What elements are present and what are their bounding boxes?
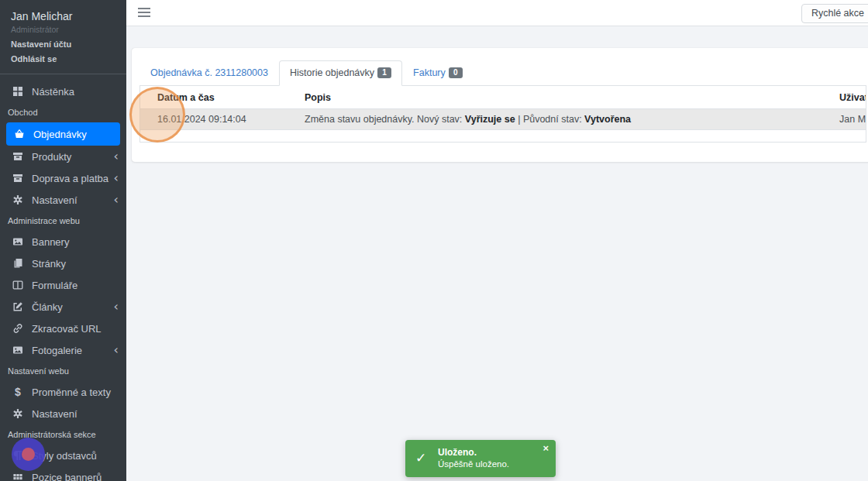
sidebar-item-fotogalerie[interactable]: Fotogalerie ‹ [0, 339, 126, 361]
cell-datetime: 16.01.2024 09:14:04 [140, 109, 288, 130]
sidebar-item-nastaveni-webu[interactable]: Nastavení [0, 403, 126, 424]
image-icon [11, 345, 25, 356]
sidebar-item-label: Nástěnka [32, 86, 74, 98]
history-panel: Datum a čas Popis Uživatel 16.01.2024 09… [140, 86, 866, 143]
sidebar-item-label: Styly odstavců [32, 450, 97, 462]
tab-order-history[interactable]: Historie objednávky1 [279, 60, 402, 86]
sidebar-item-bannery[interactable]: Bannery [0, 231, 126, 253]
gear-icon [11, 408, 25, 419]
chevron-left-icon: ‹ [114, 344, 119, 356]
sidebar-item-doprava-a-platba[interactable]: Doprava a platba ‹ [0, 167, 126, 189]
sidebar: Jan Melichar Administrátor Nastavení účt… [0, 0, 126, 481]
sidebar-item-pozice-banneru[interactable]: Pozice bannerů [0, 466, 126, 481]
tab-label: Historie objednávky [290, 67, 374, 78]
close-icon[interactable]: × [542, 442, 549, 454]
history-table: Datum a čas Popis Uživatel 16.01.2024 09… [140, 86, 866, 130]
cell-user: Jan Melichar [822, 109, 866, 130]
gear-icon [11, 194, 25, 205]
user-name: Jan Melichar [11, 10, 126, 22]
check-icon: ✓ [415, 450, 426, 466]
topbar: Rychlé akce [126, 0, 868, 26]
sidebar-item-produkty[interactable]: Produkty ‹ [0, 146, 126, 167]
sidebar-item-objednavky[interactable]: Objednávky [6, 122, 120, 146]
sidebar-header-nastaveni-webu: Nastavení webu [0, 361, 126, 381]
chevron-left-icon: ‹ [114, 150, 119, 163]
sidebar-item-stranky[interactable]: Stránky [0, 253, 126, 274]
chevron-left-icon: ‹ [114, 194, 119, 206]
count-badge: 1 [377, 67, 391, 78]
sidebar-item-label: Nastavení [32, 408, 78, 420]
chevron-left-icon: ‹ [114, 301, 119, 313]
grid-icon [11, 86, 25, 97]
chevron-left-icon: ‹ [114, 172, 119, 184]
account-settings-link[interactable]: Nastavení účtu [11, 40, 126, 49]
hamburger-icon[interactable] [138, 7, 150, 18]
table-header-row: Datum a čas Popis Uživatel [140, 86, 866, 109]
sidebar-item-label: Formuláře [32, 280, 78, 291]
sidebar-item-label: Pozice bannerů [32, 472, 102, 481]
sidebar-item-label: Proměnné a texty [32, 387, 111, 398]
cell-description: Změna stavu objednávky. Nový stav: Vyřiz… [288, 109, 822, 130]
success-toast: ✓ Uloženo. Úspěšně uloženo. × [405, 440, 556, 477]
basket-icon [12, 129, 26, 139]
tab-order-number[interactable]: Objednávka č. 2311280003 [140, 60, 279, 86]
sidebar-item-clanky[interactable]: Články ‹ [0, 296, 126, 318]
order-detail-card: Objednávka č. 2311280003 Historie objedn… [132, 48, 868, 162]
sidebar-nav: Nástěnka Obchod Objednávky Produkty ‹ Do… [0, 81, 126, 481]
sidebar-item-label: Bannery [32, 236, 69, 248]
sidebar-item-nastaveni-obchod[interactable]: Nastavení ‹ [0, 189, 126, 211]
column-header-description: Popis [288, 86, 822, 109]
sidebar-header-administrace-webu: Administrace webu [0, 211, 126, 231]
sidebar-item-label: Stránky [32, 258, 66, 270]
sidebar-item-styly-odstavcu[interactable]: Styly odstavců [0, 445, 126, 466]
grid-dots-icon [11, 472, 25, 481]
link-icon [11, 323, 25, 334]
sidebar-item-label: Produkty [32, 151, 71, 163]
sidebar-item-label: Objednávky [33, 129, 87, 140]
tab-label: Faktury [413, 67, 446, 78]
toast-title: Uloženo. [438, 447, 477, 458]
sidebar-item-nastenka[interactable]: Nástěnka [0, 81, 126, 102]
count-badge: 0 [449, 67, 463, 78]
sidebar-item-label: Články [32, 301, 63, 313]
sidebar-item-label: Fotogalerie [32, 345, 82, 356]
sidebar-item-zkracovac-url[interactable]: Zkracovač URL [0, 318, 126, 339]
table-row: 16.01.2024 09:14:04 Změna stavu objednáv… [140, 109, 866, 130]
columns-icon [11, 280, 25, 290]
pages-icon [11, 258, 25, 269]
box-icon [11, 173, 25, 184]
sidebar-divider [0, 74, 126, 74]
order-tabs: Objednávka č. 2311280003 Historie objedn… [140, 60, 866, 86]
paragraph-icon [11, 450, 25, 461]
sidebar-item-label: Doprava a platba [32, 173, 108, 184]
quick-actions-button[interactable]: Rychlé akce [801, 4, 868, 23]
sidebar-header-administratorska-sekce: Administrátorská sekce [0, 424, 126, 445]
tab-invoices[interactable]: Faktury0 [402, 60, 474, 86]
sidebar-item-formulare[interactable]: Formuláře [0, 274, 126, 296]
user-role: Administrátor [11, 25, 126, 34]
column-header-user: Uživatel [822, 86, 866, 109]
toast-message: Úspěšně uloženo. [438, 459, 509, 469]
original-status: Vytvořena [584, 114, 631, 125]
sidebar-item-label: Nastavení [32, 194, 78, 206]
column-header-datetime: Datum a čas [140, 86, 288, 109]
edit-icon [11, 301, 25, 312]
sidebar-item-promenne-a-texty[interactable]: $ Proměnné a texty [0, 381, 126, 403]
sidebar-header-obchod: Obchod [0, 102, 126, 122]
dollar-icon: $ [11, 386, 25, 398]
card-tabs-area: Objednávka č. 2311280003 Historie objedn… [132, 48, 868, 86]
logout-link[interactable]: Odhlásit se [11, 54, 126, 64]
new-status: Vyřizuje se [465, 114, 515, 125]
image-icon [11, 236, 25, 247]
box-icon [11, 151, 25, 162]
sidebar-item-label: Zkracovač URL [32, 323, 102, 335]
